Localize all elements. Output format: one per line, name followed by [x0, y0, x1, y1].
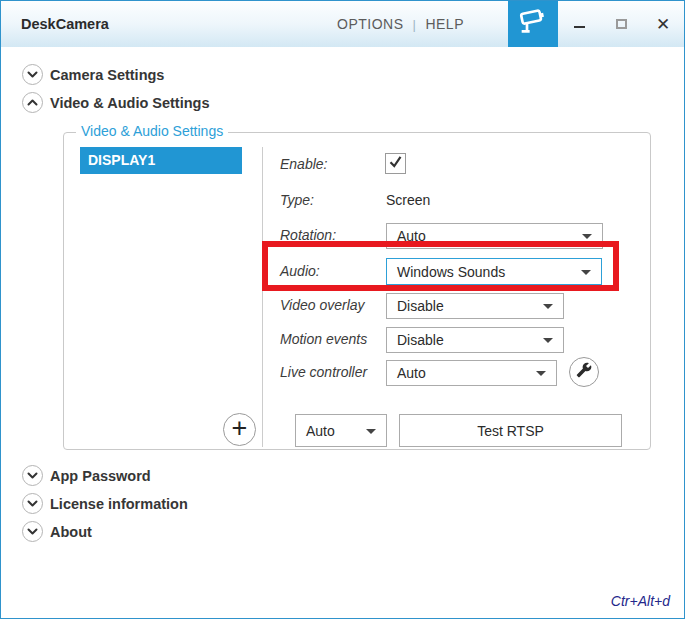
- live-controller-value: Auto: [397, 365, 426, 381]
- type-value: Screen: [386, 192, 430, 208]
- audio-label: Audio:: [280, 263, 320, 279]
- test-rtsp-button[interactable]: Test RTSP: [399, 414, 622, 447]
- add-device-button[interactable]: +: [223, 413, 256, 446]
- motion-events-dropdown[interactable]: Disable: [386, 327, 564, 353]
- video-audio-settings-panel: Video & Audio Settings DISPLAY1 Enable: …: [63, 132, 651, 450]
- close-button[interactable]: ✕: [642, 1, 684, 47]
- rotation-value: Auto: [397, 228, 426, 244]
- shortcut-hint: Ctr+Alt+d: [611, 593, 670, 609]
- section-video-audio-settings[interactable]: Video & Audio Settings: [22, 92, 210, 113]
- panel-divider: [262, 147, 263, 447]
- enable-checkbox[interactable]: [385, 153, 406, 174]
- titlebar: DeskCamera OPTIONS | HELP: [1, 1, 684, 47]
- dropdown-arrow-icon: [543, 338, 553, 343]
- menu-separator: |: [413, 17, 417, 32]
- section-label: Camera Settings: [50, 67, 164, 83]
- section-label: About: [50, 524, 92, 540]
- wrench-icon: [576, 362, 592, 382]
- protocol-value: Auto: [306, 423, 335, 439]
- options-menu-item[interactable]: OPTIONS: [337, 16, 404, 32]
- test-rtsp-label: Test RTSP: [477, 423, 544, 439]
- live-controller-label: Live controller: [280, 364, 367, 380]
- chevron-down-icon[interactable]: [22, 521, 43, 542]
- section-license-information[interactable]: License information: [22, 493, 188, 514]
- rotation-dropdown[interactable]: Auto: [386, 223, 603, 249]
- video-overlay-dropdown[interactable]: Disable: [386, 293, 564, 319]
- section-label: App Password: [50, 468, 151, 484]
- dropdown-arrow-icon: [581, 270, 591, 275]
- maximize-icon: [616, 19, 627, 29]
- app-window: DeskCamera OPTIONS | HELP: [0, 0, 685, 619]
- checkmark-icon: [388, 154, 403, 173]
- chevron-down-icon[interactable]: [22, 465, 43, 486]
- maximize-button[interactable]: [600, 1, 642, 47]
- dropdown-arrow-icon: [582, 234, 592, 239]
- enable-label: Enable:: [280, 156, 327, 172]
- live-controller-settings-button[interactable]: [569, 357, 599, 387]
- dropdown-arrow-icon: [543, 304, 553, 309]
- type-label: Type:: [280, 192, 314, 208]
- section-label: Video & Audio Settings: [50, 95, 210, 111]
- titlebar-menu: OPTIONS | HELP: [337, 1, 464, 47]
- window-controls: ✕: [558, 1, 684, 47]
- close-icon: ✕: [656, 16, 670, 33]
- dropdown-arrow-icon: [366, 429, 376, 434]
- dropdown-arrow-icon: [536, 371, 546, 376]
- motion-events-value: Disable: [397, 332, 444, 348]
- chevron-down-icon[interactable]: [22, 493, 43, 514]
- video-overlay-label: Video overlay: [280, 297, 365, 313]
- motion-events-label: Motion events: [280, 331, 367, 347]
- minimize-icon: [574, 26, 585, 28]
- plus-icon: +: [232, 415, 248, 442]
- chevron-up-icon[interactable]: [22, 92, 43, 113]
- protocol-dropdown[interactable]: Auto: [295, 414, 387, 447]
- app-logo: [508, 1, 558, 47]
- help-menu-item[interactable]: HELP: [425, 16, 464, 32]
- rotation-label: Rotation:: [280, 227, 336, 243]
- video-overlay-value: Disable: [397, 298, 444, 314]
- device-list-item-display1[interactable]: DISPLAY1: [80, 147, 242, 174]
- section-label: License information: [50, 496, 188, 512]
- audio-value: Windows Sounds: [397, 264, 505, 280]
- section-about[interactable]: About: [22, 521, 92, 542]
- minimize-button[interactable]: [558, 1, 600, 47]
- live-controller-dropdown[interactable]: Auto: [386, 360, 557, 386]
- chevron-down-icon[interactable]: [22, 64, 43, 85]
- section-app-password[interactable]: App Password: [22, 465, 151, 486]
- panel-legend: Video & Audio Settings: [76, 123, 228, 139]
- section-camera-settings[interactable]: Camera Settings: [22, 64, 164, 85]
- app-title: DeskCamera: [21, 1, 109, 47]
- audio-dropdown[interactable]: Windows Sounds: [386, 258, 602, 285]
- cctv-camera-icon: [517, 6, 549, 42]
